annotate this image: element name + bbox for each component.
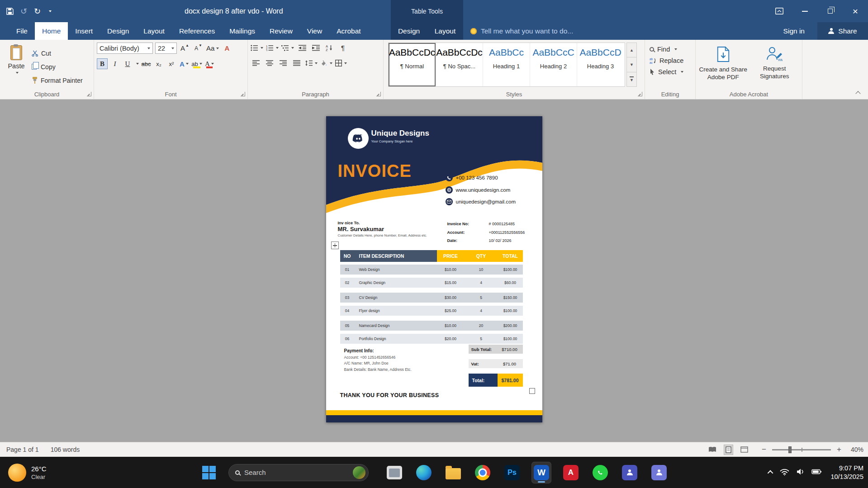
- chrome-icon[interactable]: [473, 462, 493, 483]
- zoom-in-button[interactable]: +: [836, 445, 842, 454]
- multilevel-list-button[interactable]: [281, 43, 294, 53]
- edge-icon[interactable]: [414, 462, 434, 483]
- justify-button[interactable]: [291, 58, 302, 68]
- highlight-color-button[interactable]: ab: [191, 58, 202, 69]
- read-mode-icon[interactable]: [707, 445, 718, 454]
- minimize-button[interactable]: [792, 0, 817, 22]
- tab-insert[interactable]: Insert: [68, 22, 100, 40]
- request-signatures-button[interactable]: xw Request Signatures: [750, 43, 800, 89]
- print-layout-icon[interactable]: [724, 445, 733, 455]
- volume-icon[interactable]: [796, 468, 805, 477]
- collapse-ribbon-icon[interactable]: [855, 91, 861, 95]
- replace-button[interactable]: abac Replace: [650, 57, 693, 64]
- battery-icon[interactable]: [811, 469, 822, 476]
- web-layout-icon[interactable]: [739, 445, 749, 454]
- sign-in-button[interactable]: Sign in: [783, 22, 805, 40]
- font-color-button[interactable]: A: [204, 58, 215, 69]
- decrease-indent-button[interactable]: [297, 43, 308, 53]
- numbering-button[interactable]: 123: [266, 43, 279, 53]
- style-no-spacing[interactable]: AaBbCcDc ¶ No Spac...: [436, 43, 483, 86]
- tab-acrobat[interactable]: Acrobat: [329, 22, 368, 40]
- font-size-select[interactable]: 22: [155, 43, 177, 54]
- search-box[interactable]: Search: [228, 464, 369, 481]
- app-window-icon[interactable]: [384, 462, 404, 483]
- copy-button[interactable]: Copy: [32, 62, 83, 72]
- shrink-font-button[interactable]: A▼: [193, 43, 204, 54]
- word-count[interactable]: 106 words: [51, 446, 80, 453]
- zoom-level[interactable]: 40%: [847, 446, 863, 453]
- style-heading-2[interactable]: AaBbCcC Heading 2: [530, 43, 577, 86]
- tab-references[interactable]: References: [172, 22, 222, 40]
- restore-button[interactable]: [817, 0, 843, 22]
- clock-widget[interactable]: 9:07 PM 10/13/2025: [830, 464, 863, 481]
- text-effects-button[interactable]: A: [179, 58, 190, 69]
- line-spacing-button[interactable]: [305, 58, 318, 68]
- tab-design[interactable]: Design: [100, 22, 136, 40]
- redo-icon[interactable]: ↻: [34, 6, 41, 16]
- borders-button[interactable]: [335, 58, 347, 68]
- style-normal[interactable]: AaBbCcDc ¶ Normal: [389, 43, 436, 86]
- styles-dialog-launcher[interactable]: [638, 92, 642, 96]
- align-right-button[interactable]: [278, 58, 289, 68]
- tab-review[interactable]: Review: [262, 22, 300, 40]
- tray-expand-icon[interactable]: [768, 470, 773, 476]
- tab-table-layout[interactable]: Layout: [427, 22, 463, 40]
- save-icon[interactable]: [6, 8, 14, 15]
- undo-icon[interactable]: ↺: [20, 6, 27, 16]
- table-move-handle[interactable]: [331, 242, 339, 249]
- select-button[interactable]: Select: [650, 68, 693, 76]
- file-explorer-icon[interactable]: [443, 462, 463, 483]
- style-heading-3[interactable]: AaBbCcD Heading 3: [577, 43, 624, 86]
- styles-scroll-up-icon[interactable]: ▲: [626, 43, 637, 57]
- word-icon[interactable]: W: [531, 462, 551, 483]
- start-button[interactable]: [199, 462, 219, 483]
- italic-button[interactable]: I: [109, 58, 120, 69]
- document-page[interactable]: Unique Designs Your Company Slogan here …: [326, 116, 542, 422]
- clipboard-dialog-launcher[interactable]: [87, 92, 91, 96]
- underline-caret-icon[interactable]: [136, 63, 139, 65]
- invoice-items-table[interactable]: NO ITEM DESCRIPTION PRICE QTY TOTAL 01We…: [340, 250, 523, 344]
- clear-formatting-button[interactable]: A: [221, 43, 232, 54]
- teams-secondary-icon[interactable]: [649, 462, 669, 483]
- tab-layout[interactable]: Layout: [136, 22, 172, 40]
- weather-widget[interactable]: 26°C Clear: [5, 457, 50, 488]
- zoom-slider[interactable]: [772, 449, 831, 450]
- zoom-slider-thumb[interactable]: [788, 446, 792, 453]
- subscript-button[interactable]: x₂: [153, 58, 164, 69]
- align-center-button[interactable]: [264, 58, 275, 68]
- paragraph-dialog-launcher[interactable]: [376, 92, 381, 96]
- wifi-icon[interactable]: [780, 468, 789, 477]
- close-button[interactable]: ×: [843, 0, 868, 22]
- share-button[interactable]: Share: [817, 22, 868, 40]
- show-paragraph-marks-button[interactable]: ¶: [337, 43, 348, 53]
- create-share-pdf-button[interactable]: Create and Share Adobe PDF: [698, 43, 748, 89]
- shading-button[interactable]: [320, 58, 332, 68]
- qat-customize-icon[interactable]: [47, 10, 52, 12]
- photoshop-icon[interactable]: Ps: [502, 462, 522, 483]
- teams-icon[interactable]: [620, 462, 640, 483]
- align-left-button[interactable]: [251, 58, 261, 68]
- cut-button[interactable]: Cut: [32, 48, 83, 58]
- whatsapp-icon[interactable]: [590, 462, 610, 483]
- tab-file[interactable]: File: [9, 22, 35, 40]
- tab-view[interactable]: View: [300, 22, 329, 40]
- zoom-out-button[interactable]: −: [761, 445, 767, 454]
- bullets-button[interactable]: [251, 43, 263, 53]
- font-dialog-launcher[interactable]: [241, 92, 245, 96]
- acrobat-icon[interactable]: A: [561, 462, 581, 483]
- tell-me-box[interactable]: Tell me what you want to do...: [470, 22, 573, 40]
- styles-more-icon[interactable]: ▼: [626, 72, 637, 87]
- tab-table-design[interactable]: Design: [391, 22, 427, 40]
- page-count[interactable]: Page 1 of 1: [6, 446, 39, 453]
- strikethrough-button[interactable]: abc: [141, 58, 152, 69]
- increase-indent-button[interactable]: [310, 43, 321, 53]
- styles-scroll-down-icon[interactable]: ▼: [626, 57, 637, 72]
- change-case-button[interactable]: Aa: [206, 43, 219, 54]
- grow-font-button[interactable]: A▲: [179, 43, 190, 54]
- find-button[interactable]: Find: [650, 46, 693, 53]
- underline-button[interactable]: U: [122, 58, 133, 69]
- font-family-select[interactable]: Calibri (Body): [97, 43, 153, 54]
- superscript-button[interactable]: x²: [166, 58, 177, 69]
- tab-mailings[interactable]: Mailings: [222, 22, 262, 40]
- style-heading-1[interactable]: AaBbCc Heading 1: [483, 43, 530, 86]
